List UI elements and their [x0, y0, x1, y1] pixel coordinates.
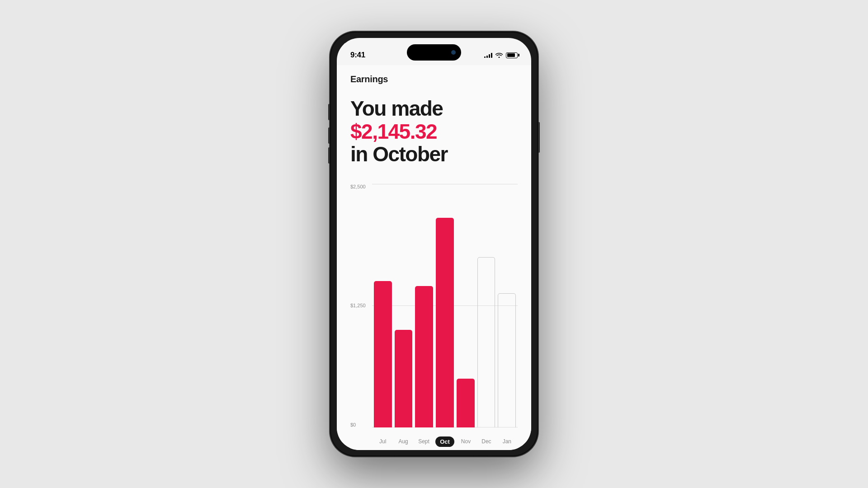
phone-screen: 9:41 Earnings	[337, 38, 531, 450]
x-label-dec-wrap: Dec	[477, 438, 495, 445]
bar-oct	[436, 184, 454, 427]
bar-nov	[457, 184, 475, 427]
bar-dec-fill	[477, 257, 495, 427]
wifi-icon	[495, 52, 503, 58]
x-label-oct-wrap: Oct	[435, 436, 454, 447]
bar-aug	[395, 184, 413, 427]
chart-bars-area	[372, 184, 518, 427]
x-label-jan-wrap: Jan	[498, 438, 516, 445]
x-label-aug-wrap: Aug	[394, 438, 412, 445]
status-time: 9:41	[350, 51, 365, 60]
x-label-sept-wrap: Sept	[415, 438, 433, 445]
y-label-mid: $1,250	[350, 303, 366, 308]
x-label-dec[interactable]: Dec	[481, 438, 491, 445]
signal-bars-icon	[484, 52, 492, 58]
battery-icon	[506, 52, 518, 58]
bar-dec	[477, 184, 495, 427]
x-label-jul[interactable]: Jul	[379, 438, 386, 445]
bar-aug-fill	[395, 330, 413, 427]
chart-x-labels: Jul Aug Sept Oct Nov Dec	[372, 429, 518, 450]
bar-oct-fill	[436, 218, 454, 427]
y-label-bottom: $0	[350, 422, 366, 427]
status-icons	[484, 52, 518, 58]
x-label-oct[interactable]: Oct	[435, 436, 454, 447]
camera-dot	[451, 50, 456, 55]
headline-line1: You made	[350, 97, 443, 120]
earnings-headline: You made $2,145.32 in October	[350, 97, 518, 166]
bar-sept	[415, 184, 433, 427]
bars-wrapper	[372, 184, 518, 427]
bar-jul	[374, 184, 392, 427]
dynamic-island	[407, 44, 461, 61]
x-label-sept[interactable]: Sept	[418, 438, 429, 445]
earnings-chart: $2,500 $1,250 $0	[350, 184, 518, 450]
y-label-top: $2,500	[350, 184, 366, 189]
chart-y-labels: $2,500 $1,250 $0	[350, 184, 366, 427]
bar-jan-fill	[498, 293, 516, 427]
x-label-nov[interactable]: Nov	[461, 438, 471, 445]
phone-device: 9:41 Earnings	[330, 32, 538, 456]
page-title: Earnings	[350, 74, 518, 84]
earnings-amount: $2,145.32	[350, 120, 518, 143]
screen-content: Earnings You made $2,145.32 in October $…	[337, 65, 531, 450]
x-label-aug[interactable]: Aug	[398, 438, 408, 445]
x-label-jul-wrap: Jul	[374, 438, 392, 445]
bar-nov-fill	[457, 379, 475, 427]
bar-jul-fill	[374, 281, 392, 427]
headline-line3: in October	[350, 142, 448, 166]
x-label-jan[interactable]: Jan	[503, 438, 511, 445]
bar-sept-fill	[415, 286, 433, 427]
x-label-nov-wrap: Nov	[457, 438, 475, 445]
bar-jan	[498, 184, 516, 427]
